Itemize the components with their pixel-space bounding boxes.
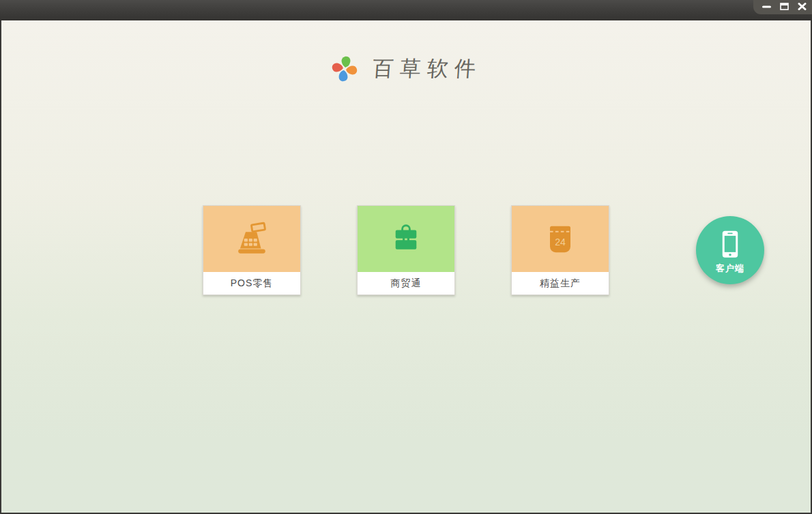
minimize-button[interactable] bbox=[760, 1, 772, 12]
pinwheel-logo-icon bbox=[330, 55, 359, 83]
title-bar[interactable] bbox=[0, 0, 812, 20]
briefcase-icon bbox=[388, 221, 424, 258]
product-cards: POS零售 商贸通 bbox=[203, 205, 609, 295]
client-button[interactable]: 客户端 bbox=[696, 216, 764, 284]
content-area: 百草软件 bbox=[1, 20, 811, 513]
maximize-button[interactable] bbox=[778, 1, 790, 12]
app-logo: 百草软件 bbox=[1, 55, 811, 83]
app-name: 百草软件 bbox=[372, 55, 483, 83]
calendar-icon: 24 bbox=[543, 222, 577, 256]
client-button-label: 客户端 bbox=[716, 262, 744, 275]
close-button[interactable] bbox=[796, 1, 808, 12]
product-label: POS零售 bbox=[203, 272, 300, 294]
minimize-icon bbox=[762, 3, 771, 10]
smartphone-icon bbox=[720, 229, 740, 260]
cash-register-icon bbox=[233, 221, 270, 258]
maximize-icon bbox=[780, 3, 789, 10]
product-label: 商贸通 bbox=[358, 272, 454, 294]
product-card-trade[interactable]: 商贸通 bbox=[357, 205, 455, 295]
product-label: 精益生产 bbox=[512, 272, 609, 294]
calendar-day-text: 24 bbox=[555, 237, 566, 247]
trade-card-tile bbox=[358, 206, 454, 272]
pos-card-tile bbox=[203, 206, 300, 272]
close-icon bbox=[798, 3, 807, 10]
window-frame: 百草软件 bbox=[0, 0, 812, 514]
lean-card-tile: 24 bbox=[512, 206, 609, 272]
product-card-lean[interactable]: 24 精益生产 bbox=[511, 205, 609, 295]
window-controls bbox=[753, 0, 812, 14]
product-card-pos[interactable]: POS零售 bbox=[203, 205, 301, 295]
